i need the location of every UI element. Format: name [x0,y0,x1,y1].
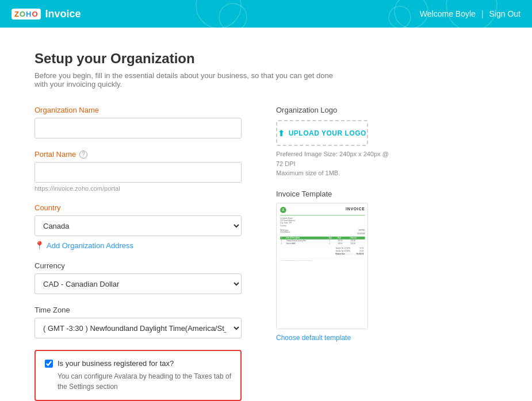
tax-checkbox[interactable] [45,360,53,368]
currency-label: Currency [35,261,242,270]
invoice-logo-circle: Z [280,207,286,213]
invoice-preview: Z INVOICE Company Name 123 Street Addres… [276,203,368,329]
table-row: 2 Website AAA 1 150.00 150.00 [280,242,365,245]
zoho-logo: ZOHO [12,9,41,20]
tax-checkbox-row: Is your business registered for tax? [45,359,231,368]
main-content: Setup your Organization Before you begin… [0,28,532,401]
form-right: Organization Logo ⬆ UPLOAD YOUR LOGO Pre… [276,106,391,401]
add-address-link[interactable]: 📍 Add Organization Address [35,241,242,250]
timezone-label: Time Zone [35,306,242,314]
portal-name-group: Portal Name ? https://invoice.zoho.com/p… [35,150,242,192]
invoice-address: Company Name 123 Street Address City, St… [280,217,365,226]
choose-template-link[interactable]: Choose default template [276,334,391,342]
tax-question-label: Is your business registered for tax? [58,359,174,368]
logo-size-hint: Preferred Image Size: 240px x 240px @ 72… [276,149,391,178]
org-name-group: Organization Name [35,106,242,138]
form-layout: Organization Name Portal Name ? https://… [35,106,497,401]
invoice-preview-inner: Z INVOICE Company Name 123 Street Addres… [277,203,368,329]
upload-logo-text: UPLOAD YOUR LOGO [289,129,366,137]
portal-hint: https://invoice.zoho.com/portal [35,185,242,192]
currency-group: Currency CAD - Canadian Dollar USD - US … [35,261,242,294]
invoice-totals-table: Sample Tax 10 (10%)27.50 Sample Tax 20 (… [334,246,365,256]
portal-name-label: Portal Name ? [35,150,242,159]
invoice-brand: Invoice [45,8,81,20]
page-title: Setup your Organization [35,51,497,67]
table-row: 1 Orange Grunge Country Red 1 125.00 125… [280,239,365,242]
org-logo-label: Organization Logo [276,106,391,114]
location-icon: 📍 [35,241,44,250]
logo: ZOHO Invoice [12,8,81,20]
form-left: Organization Name Portal Name ? https://… [35,106,242,401]
org-name-input[interactable] [35,118,242,138]
country-label: Country [35,203,242,212]
portal-name-input[interactable] [35,162,242,183]
upload-logo-button[interactable]: ⬆ UPLOAD YOUR LOGO [276,120,368,146]
upload-icon: ⬆ [278,129,285,138]
invoice-info-row: Bill To: Client Name Client Address Invo… [280,228,365,234]
page-subtitle: Before you begin, fill in the essential … [35,71,339,88]
invoice-title: INVOICE [346,207,365,211]
org-name-label: Organization Name [35,106,242,114]
tax-description: You can configure Avalara by heading to … [45,371,231,392]
timezone-group: Time Zone ( GMT -3:30 ) Newfoundland Day… [35,306,242,338]
portal-help-icon[interactable]: ? [79,151,87,159]
invoice-template-label: Invoice Template [276,190,391,198]
invoice-table: # Item & Description Qty Rate Amount 1 O… [280,236,365,245]
currency-select[interactable]: CAD - Canadian Dollar USD - US Dollar EU… [35,273,242,294]
header: ZOHO Invoice Welcome Boyle | Sign Out [0,0,532,28]
tax-section: Is your business registered for tax? You… [35,350,242,401]
country-group: Country Canada United States United King… [35,203,242,250]
country-select[interactable]: Canada United States United Kingdom Aust… [35,215,242,236]
timezone-select[interactable]: ( GMT -3:30 ) Newfoundland Daylight Time… [35,318,242,338]
invoice-divider [280,215,365,215]
add-address-text: Add Organization Address [47,241,133,250]
